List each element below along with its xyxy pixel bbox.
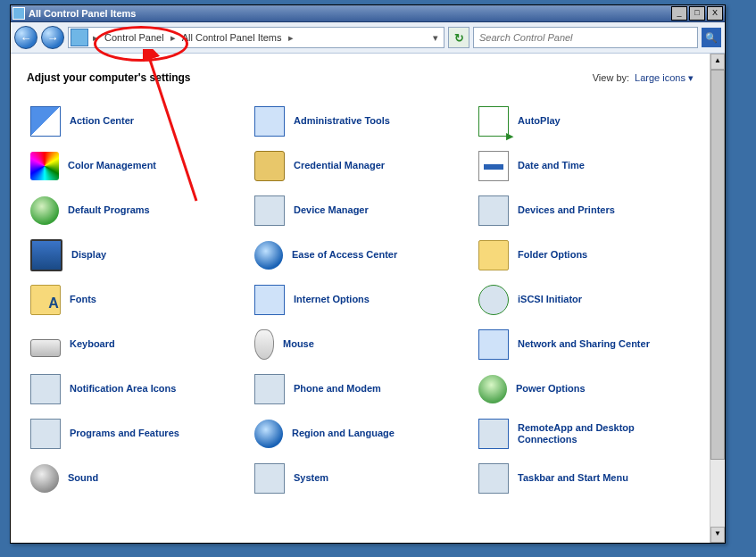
cp-item-label: Network and Sharing Center bbox=[518, 338, 650, 350]
scroll-track[interactable] bbox=[710, 70, 725, 527]
view-by-selector[interactable]: View by: Large icons ▾ bbox=[593, 72, 694, 84]
cp-item-label: Sound bbox=[68, 472, 98, 484]
breadcrumb[interactable]: ▸ Control Panel ▸ All Control Panel Item… bbox=[68, 27, 444, 48]
region-and-language-icon bbox=[254, 420, 283, 448]
sound-icon bbox=[30, 464, 59, 493]
page-title: Adjust your computer's settings bbox=[27, 71, 191, 84]
autoplay-icon bbox=[478, 106, 509, 137]
cp-item-action-center[interactable]: Action Center bbox=[30, 105, 245, 137]
remoteapp-and-desktop-connections-icon bbox=[478, 419, 509, 449]
cp-item-internet-options[interactable]: Internet Options bbox=[254, 284, 469, 316]
close-button[interactable]: X bbox=[707, 6, 723, 21]
cp-item-keyboard[interactable]: Keyboard bbox=[30, 328, 245, 361]
cp-item-region-and-language[interactable]: Region and Language bbox=[254, 418, 469, 450]
breadcrumb-all-items[interactable]: All Control Panel Items bbox=[179, 28, 286, 47]
titlebar[interactable]: All Control Panel Items _ □ X bbox=[11, 5, 725, 22]
internet-options-icon bbox=[254, 285, 285, 315]
cp-item-network-and-sharing-center[interactable]: Network and Sharing Center bbox=[478, 328, 694, 361]
cp-item-folder-options[interactable]: Folder Options bbox=[478, 239, 694, 271]
scroll-down-button[interactable]: ▼ bbox=[710, 527, 725, 543]
cp-item-label: Credential Manager bbox=[294, 160, 385, 171]
taskbar-and-start-menu-icon bbox=[478, 463, 509, 494]
search-button[interactable]: 🔍 bbox=[702, 28, 721, 47]
cp-item-label: iSCSI Initiator bbox=[518, 294, 582, 305]
device-manager-icon bbox=[254, 195, 285, 226]
breadcrumb-control-panel[interactable]: Control Panel bbox=[101, 28, 168, 47]
window-title: All Control Panel Items bbox=[29, 8, 671, 19]
scroll-up-button[interactable]: ▲ bbox=[710, 54, 725, 70]
cp-item-label: Fonts bbox=[70, 294, 96, 305]
control-panel-icon bbox=[71, 29, 88, 46]
cp-item-label: Phone and Modem bbox=[294, 383, 381, 395]
chevron-right-icon[interactable]: ▸ bbox=[90, 32, 101, 44]
navigation-toolbar: ← → ▸ Control Panel ▸ All Control Panel … bbox=[11, 22, 725, 54]
search-box bbox=[473, 27, 698, 48]
iscsi-initiator-icon bbox=[478, 285, 509, 315]
cp-item-display[interactable]: Display bbox=[30, 239, 245, 271]
cp-item-power-options[interactable]: Power Options bbox=[478, 373, 694, 405]
cp-item-remoteapp-and-desktop-connections[interactable]: RemoteApp and Desktop Connections bbox=[478, 418, 694, 450]
folder-options-icon bbox=[478, 240, 509, 270]
control-panel-window: All Control Panel Items _ □ X ← → ▸ Cont… bbox=[10, 4, 726, 544]
cp-item-default-programs[interactable]: Default Programs bbox=[30, 195, 245, 227]
window-icon bbox=[12, 7, 25, 20]
cp-item-system[interactable]: System bbox=[254, 462, 469, 495]
cp-item-label: Devices and Printers bbox=[518, 204, 615, 216]
cp-item-taskbar-and-start-menu[interactable]: Taskbar and Start Menu bbox=[478, 462, 694, 495]
cp-item-label: Programs and Features bbox=[70, 428, 179, 439]
default-programs-icon bbox=[30, 196, 59, 225]
chevron-right-icon[interactable]: ▸ bbox=[168, 32, 179, 44]
network-and-sharing-center-icon bbox=[478, 329, 509, 360]
phone-and-modem-icon bbox=[254, 374, 285, 404]
cp-item-programs-and-features[interactable]: Programs and Features bbox=[30, 418, 245, 450]
cp-item-notification-area-icons[interactable]: Notification Area Icons bbox=[30, 373, 245, 405]
action-center-icon bbox=[30, 106, 61, 137]
scroll-thumb[interactable] bbox=[710, 70, 725, 460]
ease-of-access-center-icon bbox=[254, 241, 283, 270]
cp-item-label: Ease of Access Center bbox=[292, 249, 397, 261]
cp-item-autoplay[interactable]: AutoPlay bbox=[478, 105, 694, 137]
cp-item-label: Color Management bbox=[68, 160, 156, 171]
cp-item-administrative-tools[interactable]: Administrative Tools bbox=[254, 105, 469, 137]
cp-item-devices-and-printers[interactable]: Devices and Printers bbox=[478, 195, 694, 227]
cp-item-label: System bbox=[294, 472, 328, 484]
notification-area-icons-icon bbox=[30, 374, 61, 404]
chevron-right-icon[interactable]: ▸ bbox=[286, 32, 296, 44]
content-header: Adjust your computer's settings View by:… bbox=[27, 71, 694, 84]
cp-item-date-and-time[interactable]: Date and Time bbox=[478, 150, 694, 182]
chevron-down-icon: ▾ bbox=[688, 72, 694, 83]
cp-item-label: Mouse bbox=[283, 338, 314, 350]
cp-item-label: Region and Language bbox=[292, 428, 395, 439]
cp-item-label: Power Options bbox=[516, 383, 586, 395]
items-grid: Action CenterAdministrative ToolsAutoPla… bbox=[27, 105, 694, 495]
cp-item-phone-and-modem[interactable]: Phone and Modem bbox=[254, 373, 469, 405]
content-area: Adjust your computer's settings View by:… bbox=[11, 54, 725, 543]
cp-item-ease-of-access-center[interactable]: Ease of Access Center bbox=[254, 239, 469, 271]
search-icon: 🔍 bbox=[705, 32, 718, 44]
cp-item-mouse[interactable]: Mouse bbox=[254, 328, 469, 361]
cp-item-label: Action Center bbox=[70, 115, 134, 127]
administrative-tools-icon bbox=[254, 106, 285, 137]
cp-item-label: Notification Area Icons bbox=[70, 383, 176, 395]
forward-button[interactable]: → bbox=[41, 26, 64, 49]
cp-item-label: Device Manager bbox=[294, 204, 369, 216]
cp-item-fonts[interactable]: Fonts bbox=[30, 284, 245, 316]
search-input[interactable] bbox=[474, 28, 697, 47]
cp-item-sound[interactable]: Sound bbox=[30, 462, 245, 495]
cp-item-device-manager[interactable]: Device Manager bbox=[254, 195, 469, 227]
cp-item-label: Display bbox=[71, 249, 106, 261]
display-icon bbox=[30, 239, 62, 271]
keyboard-icon bbox=[30, 339, 61, 357]
vertical-scrollbar[interactable]: ▲ ▼ bbox=[710, 54, 725, 543]
cp-item-label: Administrative Tools bbox=[294, 115, 390, 127]
cp-item-label: AutoPlay bbox=[518, 115, 561, 127]
color-management-icon bbox=[30, 152, 59, 180]
maximize-button[interactable]: □ bbox=[689, 6, 705, 21]
minimize-button[interactable]: _ bbox=[671, 6, 687, 21]
refresh-button[interactable]: ↻ bbox=[448, 27, 469, 48]
cp-item-color-management[interactable]: Color Management bbox=[30, 150, 245, 182]
chevron-down-icon[interactable]: ▾ bbox=[428, 32, 444, 44]
cp-item-credential-manager[interactable]: Credential Manager bbox=[254, 150, 469, 182]
back-button[interactable]: ← bbox=[14, 26, 37, 49]
cp-item-iscsi-initiator[interactable]: iSCSI Initiator bbox=[478, 284, 694, 316]
